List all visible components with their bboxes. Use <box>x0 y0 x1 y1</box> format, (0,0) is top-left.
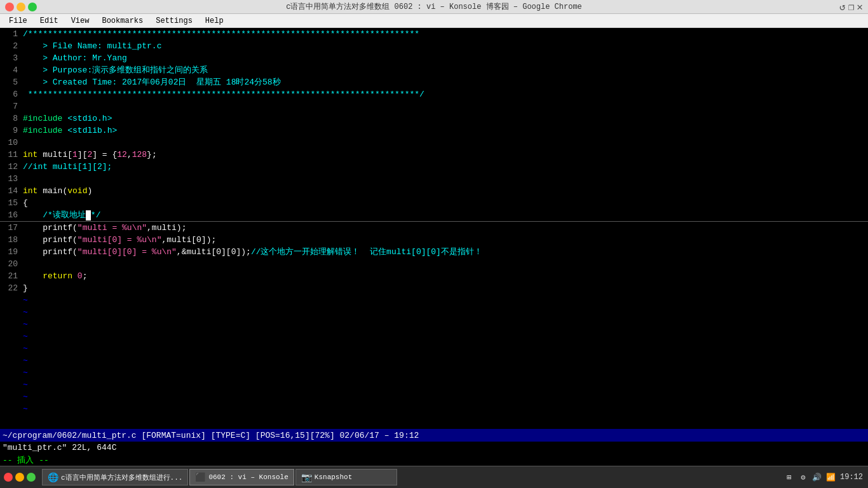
taskbar-item-ksnapshot[interactable]: 📷 Ksnapshot <box>295 469 397 485</box>
ksnapshot-label: Ksnapshot <box>315 473 352 481</box>
tilde-line: ~ <box>0 306 868 318</box>
table-row: 1 /*************************************… <box>0 28 868 40</box>
chrome-label: c语言中用简单方法对多维数组进行... <box>61 473 182 482</box>
menu-view[interactable]: View <box>65 14 96 27</box>
tilde-line: ~ <box>0 391 868 403</box>
table-row: 12 //int multi[1][2]; <box>0 161 868 173</box>
tray-settings-icon[interactable]: ⚙ <box>798 472 808 482</box>
tilde-line: ~ <box>0 318 868 330</box>
tilde-line: ~ <box>0 367 868 379</box>
table-row: 11 int multi[1][2] = {12,128}; <box>0 149 868 161</box>
maximize-button[interactable] <box>28 3 37 11</box>
status-line2: "multi_ptr.c" 22L, 644C <box>0 442 868 454</box>
taskbar-dot-red <box>4 473 13 482</box>
close-button[interactable] <box>5 3 14 11</box>
table-row: 18 printf("multi[0] = %u\n",multi[0]); <box>0 234 868 246</box>
table-row: 13 <box>0 173 868 185</box>
table-row: 16 /*读取地址*/ <box>0 209 868 222</box>
menu-bookmarks[interactable]: Bookmarks <box>95 14 149 27</box>
vi-label: 0602 : vi – Konsole <box>208 473 288 481</box>
table-row: 7 <box>0 100 868 112</box>
chrome-icon: 🌐 <box>48 472 58 483</box>
table-row: 5 > Created Time: 2017年06月02日 星期五 18时24分… <box>0 76 868 88</box>
table-row: 17 printf("multi = %u\n",multi); <box>0 222 868 234</box>
table-row: 15 { <box>0 197 868 209</box>
taskbar: 🌐 c语言中用简单方法对多维数组进行... ⬛ 0602 : vi – Kons… <box>0 466 868 488</box>
tilde-line: ~ <box>0 379 868 391</box>
table-row: 4 > Purpose:演示多维数组和指针之间的关系 <box>0 64 868 76</box>
tray-network-icon[interactable]: 📶 <box>826 472 836 482</box>
titlebar-buttons <box>5 3 37 11</box>
table-row: 19 printf("multi[0][0] = %u\n",&multi[0]… <box>0 246 868 258</box>
status-text: ~/cprogram/0602/multi_ptr.c [FORMAT=unix… <box>3 431 419 440</box>
taskbar-dot-orange <box>15 473 24 482</box>
taskbar-tray: ⊞ ⚙ 🔊 📶 19:12 <box>779 472 868 482</box>
tilde-line: ~ <box>0 330 868 342</box>
tilde-line: ~ <box>0 294 868 306</box>
code-editor[interactable]: 1 /*************************************… <box>0 28 868 429</box>
table-row: 10 <box>0 137 868 149</box>
table-row: 6 **************************************… <box>0 88 868 100</box>
table-row: 3 > Author: Mr.Yang <box>0 52 868 64</box>
terminal-icon: ⬛ <box>195 472 206 483</box>
menu-edit[interactable]: Edit <box>34 14 65 27</box>
taskbar-items: 🌐 c语言中用简单方法对多维数组进行... ⬛ 0602 : vi – Kons… <box>39 469 779 485</box>
tilde-line: ~ <box>0 342 868 355</box>
restore-icon[interactable]: ❐ <box>848 1 855 13</box>
table-row: 2 > File Name: multi_ptr.c <box>0 40 868 52</box>
status-line3: -- 插入 -- <box>0 454 868 466</box>
titlebar: c语言中用简单方法对多维数组 0602 : vi – Konsole 博客园 –… <box>0 0 868 14</box>
table-row: 8 #include <stdio.h> <box>0 112 868 125</box>
minimize-button[interactable] <box>17 3 25 11</box>
camera-icon: 📷 <box>301 472 312 483</box>
taskbar-item-chrome[interactable]: 🌐 c语言中用简单方法对多维数组进行... <box>42 469 188 485</box>
menu-settings[interactable]: Settings <box>149 14 199 27</box>
refresh-icon[interactable]: ↺ <box>839 1 846 13</box>
status-bar: ~/cprogram/0602/multi_ptr.c [FORMAT=unix… <box>0 429 868 442</box>
text-cursor <box>86 210 91 220</box>
editor-mode: -- 插入 -- <box>3 454 49 466</box>
titlebar-controls: ↺ ❐ ✕ <box>839 1 863 13</box>
taskbar-dot-green <box>27 473 36 482</box>
window-title: c语言中用简单方法对多维数组 0602 : vi – Konsole 博客园 –… <box>286 1 582 12</box>
tray-sound-icon[interactable]: 🔊 <box>812 472 822 482</box>
tilde-line: ~ <box>0 403 868 415</box>
tray-apps-icon[interactable]: ⊞ <box>784 472 794 482</box>
taskbar-item-vi[interactable]: ⬛ 0602 : vi – Konsole <box>189 469 294 485</box>
menu-help[interactable]: Help <box>199 14 230 27</box>
table-row: 21 return 0; <box>0 270 868 282</box>
table-row: 14 int main(void) <box>0 185 868 197</box>
menubar: File Edit View Bookmarks Settings Help <box>0 14 868 28</box>
taskbar-launcher[interactable] <box>0 473 39 482</box>
table-row: 9 #include <stdlib.h> <box>0 125 868 137</box>
tray-time: 19:12 <box>840 473 863 482</box>
table-row: 20 <box>0 258 868 270</box>
table-row: 22 } <box>0 282 868 294</box>
file-info: "multi_ptr.c" 22L, 644C <box>3 443 116 452</box>
close-icon[interactable]: ✕ <box>857 1 863 13</box>
menu-file[interactable]: File <box>3 14 34 27</box>
tilde-line: ~ <box>0 355 868 367</box>
